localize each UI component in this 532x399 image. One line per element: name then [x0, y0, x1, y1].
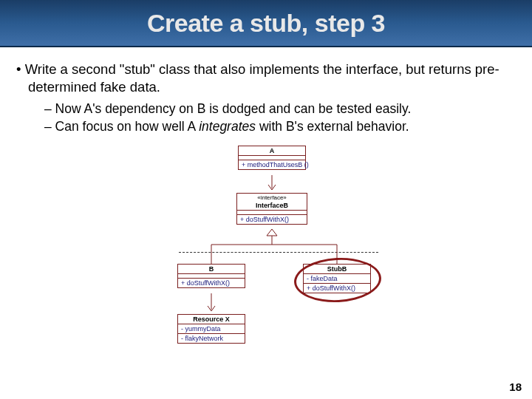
sub-bullet-1-text: Now A's dependency on B is dodged and ca… — [55, 101, 412, 116]
uml-a-op: + methodThatUsesB () — [239, 160, 305, 169]
uml-rx-name: Resource X — [178, 315, 245, 324]
uml-interface-b: «interface» InterfaceB + doStuffWithX() — [236, 193, 307, 225]
separator-dashed-line — [179, 252, 378, 253]
uml-ib-op: + doStuffWithX() — [237, 215, 307, 224]
uml-b-name: B — [178, 265, 245, 274]
uml-rx-attr2: - flakyNetwork — [178, 334, 245, 343]
sub-bullet-2-em: integrates — [199, 119, 256, 134]
uml-diagram: A + methodThatUsesB () «interface» Inter… — [111, 146, 421, 360]
uml-a-name: A — [239, 146, 305, 156]
content-area: Write a second "stub" class that also im… — [0, 47, 532, 360]
uml-rx-attr1: - yummyData — [178, 324, 245, 334]
uml-resource-x: Resource X - yummyData - flakyNetwork — [177, 314, 245, 344]
bullet-main-text: Write a second "stub" class that also im… — [25, 61, 499, 95]
uml-ib-stereo: «interface» — [237, 194, 307, 202]
sub-bullet-2-a: Can focus on how well A — [55, 119, 200, 134]
bullet-main: Write a second "stub" class that also im… — [16, 61, 516, 96]
sub-bullet-2: Can focus on how well A integrates with … — [44, 118, 516, 136]
sub-bullet-1: Now A's dependency on B is dodged and ca… — [44, 100, 516, 118]
uml-ib-name: InterfaceB — [237, 202, 307, 211]
uml-b-op: + doStuffWithX() — [178, 279, 245, 287]
highlight-ring — [293, 256, 383, 304]
uml-class-a: A + methodThatUsesB () — [238, 146, 306, 170]
uml-connectors — [111, 146, 421, 360]
title-bar: Create a stub, step 3 — [0, 0, 532, 47]
uml-class-b: B + doStuffWithX() — [177, 264, 245, 288]
sub-bullet-list: Now A's dependency on B is dodged and ca… — [16, 100, 516, 135]
page-number: 18 — [509, 381, 522, 393]
slide-title: Create a stub, step 3 — [147, 9, 385, 38]
sub-bullet-2-b: with B's external behavior. — [256, 119, 409, 134]
